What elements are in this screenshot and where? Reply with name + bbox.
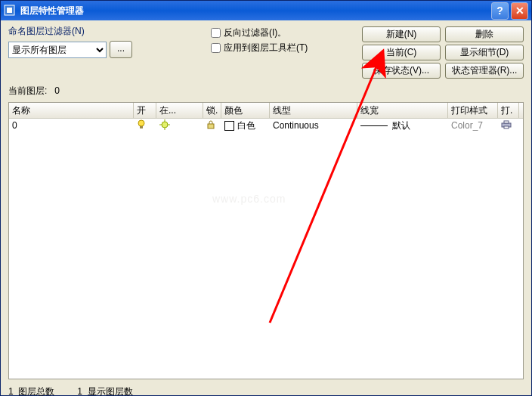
brand-line2: tongzhijia.net — [473, 366, 522, 375]
state-manager-button[interactable]: 状态管理器(R)... — [445, 63, 524, 79]
status-bar: 1 图层总数 1 显示图层数 — [1, 382, 531, 396]
svg-rect-9 — [208, 124, 214, 128]
invert-filter-label: 反向过滤器(I)。 — [224, 26, 286, 39]
svg-point-2 — [138, 120, 144, 126]
cell-on[interactable] — [134, 119, 156, 132]
invert-filter-input[interactable] — [211, 28, 221, 38]
shown-label: 显示图层数 — [88, 386, 133, 396]
svg-rect-3 — [140, 126, 143, 128]
current-layer-label: 当前图层: — [8, 85, 47, 96]
col-on[interactable]: 开 — [134, 103, 156, 118]
apply-toolbar-label: 应用到图层工具栏(T) — [224, 42, 308, 54]
brand-overlay: 系统之家 tongzhijia.net — [459, 345, 522, 376]
delete-button[interactable]: 删除 — [445, 26, 524, 42]
svg-rect-1 — [7, 8, 12, 13]
col-linetype[interactable]: 线型 — [270, 103, 357, 118]
printer-icon — [501, 120, 512, 131]
cell-linetype[interactable]: Continuous — [270, 120, 357, 131]
shown-value: 1 — [77, 386, 82, 396]
window-title: 图层特性管理器 — [19, 5, 491, 17]
filter-dropdown[interactable]: 显示所有图层 — [8, 42, 107, 58]
col-name[interactable]: 名称 — [9, 103, 134, 118]
apply-toolbar-checkbox[interactable]: 应用到图层工具栏(T) — [211, 40, 362, 55]
cell-lineweight[interactable]: 默认 — [357, 119, 448, 132]
current-layer-value: 0 — [54, 85, 60, 96]
layers-table: 名称 开 在... 锁. 颜色 线型 线宽 打印样式 打. 0 — [8, 102, 524, 379]
col-lock[interactable]: 锁. — [203, 103, 221, 118]
svg-rect-12 — [504, 126, 509, 128]
new-button[interactable]: 新建(N) — [362, 26, 441, 42]
brand-line1: 系统之家 — [489, 352, 522, 361]
titlebar[interactable]: 图层特性管理器 ? ✕ — [1, 1, 531, 20]
cell-name: 0 — [9, 120, 134, 131]
cell-lineweight-value: 默认 — [392, 119, 410, 132]
cell-color-name: 白色 — [237, 119, 255, 132]
col-plot[interactable]: 打. — [498, 103, 519, 118]
total-value: 1 — [8, 386, 14, 396]
save-state-button[interactable]: 保存状态(V)... — [362, 63, 441, 79]
current-button[interactable]: 当前(C) — [362, 45, 441, 60]
col-freeze[interactable]: 在... — [156, 103, 203, 118]
filter-browse-button[interactable]: ... — [110, 41, 132, 58]
help-button[interactable]: ? — [491, 2, 509, 20]
padlock-icon — [206, 120, 215, 131]
table-row[interactable]: 0 — [9, 119, 523, 132]
app-icon — [4, 5, 16, 17]
svg-rect-11 — [504, 121, 509, 123]
lineweight-sample-icon — [360, 125, 388, 126]
cell-freeze[interactable] — [156, 119, 203, 132]
color-swatch-icon — [224, 121, 234, 131]
col-color[interactable]: 颜色 — [221, 103, 270, 118]
named-filters-link[interactable]: 命名图层过滤器(N) — [8, 26, 85, 36]
cell-color[interactable]: 白色 — [221, 119, 270, 132]
cell-plot[interactable] — [498, 120, 519, 131]
close-button[interactable]: ✕ — [511, 2, 528, 20]
layer-properties-dialog: 图层特性管理器 ? ✕ 命名图层过滤器(N) 显示所有图层 ... 反向过滤器(… — [0, 0, 532, 396]
cell-lock[interactable] — [203, 120, 221, 131]
table-header: 名称 开 在... 锁. 颜色 线型 线宽 打印样式 打. — [9, 103, 523, 119]
col-lineweight[interactable]: 线宽 — [357, 103, 448, 118]
brand-logo-icon — [459, 345, 484, 365]
apply-toolbar-input[interactable] — [211, 43, 221, 53]
total-label: 图层总数 — [18, 386, 54, 396]
col-plotstyle[interactable]: 打印样式 — [448, 103, 498, 118]
current-layer-field: 当前图层: 0 — [8, 85, 524, 97]
bulb-icon — [137, 119, 146, 132]
sun-icon — [159, 119, 170, 132]
watermark: www.pc6.com — [212, 193, 286, 205]
show-details-button[interactable]: 显示细节(D) — [445, 45, 524, 60]
svg-point-4 — [162, 122, 168, 128]
cell-plotstyle: Color_7 — [448, 120, 498, 131]
invert-filter-checkbox[interactable]: 反向过滤器(I)。 — [211, 25, 362, 40]
